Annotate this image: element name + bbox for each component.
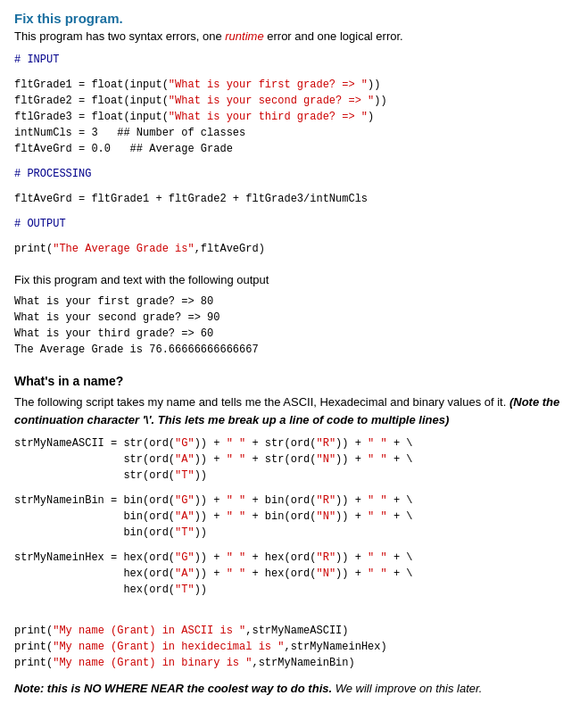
note-text: Note: this is NO WHERE NEAR the coolest …	[14, 682, 574, 695]
hex-code-block: strMyNameinHex = hex(ord("G")) + " " + h…	[14, 550, 574, 598]
code-processing-section: # PROCESSING fltAveGrd = fltGrade1 + flt…	[14, 166, 574, 207]
bin-code-block: strMyNameinBin = bin(ord("G")) + " " + b…	[14, 493, 574, 541]
page-title: Fix this program.	[14, 11, 574, 26]
fix-heading-text: Fix this program and text with the follo…	[14, 273, 574, 286]
fix-output-code: What is your first grade? => 80 What is …	[14, 294, 574, 358]
whats-heading-text: What's in a name?	[14, 374, 574, 388]
code-output-section: # OUTPUT print("The Average Grade is",fl…	[14, 216, 574, 257]
whats-description: The following script takes my name and t…	[14, 393, 574, 428]
input-label: # INPUT	[14, 52, 574, 68]
input-code: fltGrade1 = float(input("What is your fi…	[14, 77, 574, 157]
whats-section: What's in a name? The following script t…	[14, 374, 574, 428]
processing-label: # PROCESSING	[14, 166, 574, 182]
description-text: This program has two syntax errors, one …	[14, 29, 574, 43]
ascii-code-block: strMyNameASCII = str(ord("G")) + " " + s…	[14, 435, 574, 484]
output-label: # OUTPUT	[14, 216, 574, 232]
fix-heading-section: Fix this program and text with the follo…	[14, 273, 574, 286]
code-input-section: # INPUT fltGrade1 = float(input("What is…	[14, 52, 574, 157]
processing-code: fltAveGrd = fltGrade1 + fltGrade2 + fltG…	[14, 191, 574, 207]
print-code-block: print("My name (Grant) in ASCII is ",str…	[14, 607, 574, 671]
output-code: print("The Average Grade is",fltAveGrd)	[14, 241, 574, 257]
